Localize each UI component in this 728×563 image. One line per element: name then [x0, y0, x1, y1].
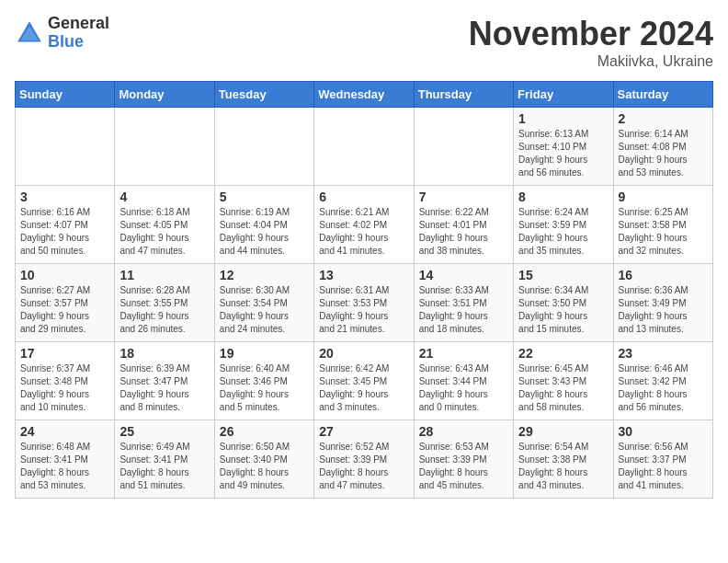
location-title: Makiivka, Ukraine — [469, 53, 713, 70]
day-info: Sunrise: 6:37 AM Sunset: 3:48 PM Dayligh… — [20, 362, 109, 414]
day-number: 2 — [619, 111, 708, 126]
day-info: Sunrise: 6:36 AM Sunset: 3:49 PM Dayligh… — [619, 284, 708, 336]
weekday-header: Sunday — [16, 82, 115, 108]
day-info: Sunrise: 6:49 AM Sunset: 3:41 PM Dayligh… — [119, 441, 209, 492]
calendar-cell: 11Sunrise: 6:28 AM Sunset: 3:55 PM Dayli… — [115, 264, 214, 342]
calendar-cell: 4Sunrise: 6:18 AM Sunset: 4:05 PM Daylig… — [115, 186, 214, 264]
day-info: Sunrise: 6:22 AM Sunset: 4:01 PM Dayligh… — [419, 206, 508, 258]
calendar-cell: 14Sunrise: 6:33 AM Sunset: 3:51 PM Dayli… — [414, 264, 513, 342]
logo-icon — [15, 18, 44, 48]
weekday-header: Wednesday — [314, 82, 414, 108]
day-number: 7 — [419, 190, 508, 204]
day-number: 16 — [619, 268, 708, 282]
calendar-cell — [314, 108, 414, 186]
day-number: 19 — [220, 346, 309, 361]
day-number: 28 — [419, 424, 508, 439]
day-number: 24 — [20, 424, 109, 439]
day-info: Sunrise: 6:53 AM Sunset: 3:39 PM Dayligh… — [419, 441, 508, 492]
calendar-cell: 23Sunrise: 6:46 AM Sunset: 3:42 PM Dayli… — [613, 342, 712, 420]
day-number: 5 — [220, 190, 309, 204]
calendar-cell: 1Sunrise: 6:13 AM Sunset: 4:10 PM Daylig… — [514, 108, 613, 186]
calendar-body: 1Sunrise: 6:13 AM Sunset: 4:10 PM Daylig… — [16, 108, 713, 499]
calendar-table: SundayMondayTuesdayWednesdayThursdayFrid… — [15, 81, 713, 499]
weekday-row: SundayMondayTuesdayWednesdayThursdayFrid… — [16, 82, 713, 108]
calendar-week-row: 24Sunrise: 6:48 AM Sunset: 3:41 PM Dayli… — [16, 420, 713, 499]
calendar-week-row: 10Sunrise: 6:27 AM Sunset: 3:57 PM Dayli… — [16, 264, 713, 342]
day-info: Sunrise: 6:13 AM Sunset: 4:10 PM Dayligh… — [518, 128, 608, 179]
day-number: 6 — [319, 190, 408, 204]
calendar-cell — [214, 108, 313, 186]
day-info: Sunrise: 6:46 AM Sunset: 3:42 PM Dayligh… — [619, 362, 708, 414]
day-info: Sunrise: 6:25 AM Sunset: 3:58 PM Dayligh… — [619, 206, 708, 258]
day-number: 17 — [20, 346, 109, 361]
calendar-cell — [414, 108, 513, 186]
calendar-cell: 10Sunrise: 6:27 AM Sunset: 3:57 PM Dayli… — [16, 264, 115, 342]
day-number: 15 — [518, 268, 608, 282]
calendar-cell: 8Sunrise: 6:24 AM Sunset: 3:59 PM Daylig… — [514, 186, 613, 264]
day-number: 13 — [319, 268, 408, 282]
calendar-header: SundayMondayTuesdayWednesdayThursdayFrid… — [16, 82, 713, 108]
logo-text: General Blue — [48, 15, 109, 52]
day-info: Sunrise: 6:18 AM Sunset: 4:05 PM Dayligh… — [119, 206, 209, 258]
calendar-cell: 28Sunrise: 6:53 AM Sunset: 3:39 PM Dayli… — [414, 420, 513, 499]
weekday-header: Tuesday — [214, 82, 313, 108]
day-number: 30 — [619, 424, 708, 439]
day-info: Sunrise: 6:16 AM Sunset: 4:07 PM Dayligh… — [20, 206, 109, 258]
calendar-cell: 27Sunrise: 6:52 AM Sunset: 3:39 PM Dayli… — [314, 420, 414, 499]
calendar-week-row: 17Sunrise: 6:37 AM Sunset: 3:48 PM Dayli… — [16, 342, 713, 420]
day-info: Sunrise: 6:19 AM Sunset: 4:04 PM Dayligh… — [220, 206, 309, 258]
day-info: Sunrise: 6:28 AM Sunset: 3:55 PM Dayligh… — [119, 284, 209, 336]
day-number: 3 — [20, 190, 109, 204]
weekday-header: Friday — [514, 82, 613, 108]
day-number: 4 — [119, 190, 209, 204]
day-info: Sunrise: 6:31 AM Sunset: 3:53 PM Dayligh… — [319, 284, 408, 336]
day-info: Sunrise: 6:54 AM Sunset: 3:38 PM Dayligh… — [518, 441, 608, 492]
day-number: 25 — [119, 424, 209, 439]
logo-blue-text: Blue — [48, 33, 109, 52]
calendar-cell: 24Sunrise: 6:48 AM Sunset: 3:41 PM Dayli… — [16, 420, 115, 499]
calendar-cell: 15Sunrise: 6:34 AM Sunset: 3:50 PM Dayli… — [514, 264, 613, 342]
calendar-cell: 2Sunrise: 6:14 AM Sunset: 4:08 PM Daylig… — [613, 108, 712, 186]
day-info: Sunrise: 6:40 AM Sunset: 3:46 PM Dayligh… — [220, 362, 309, 414]
calendar-cell — [115, 108, 214, 186]
calendar-week-row: 1Sunrise: 6:13 AM Sunset: 4:10 PM Daylig… — [16, 108, 713, 186]
calendar-cell: 22Sunrise: 6:45 AM Sunset: 3:43 PM Dayli… — [514, 342, 613, 420]
weekday-header: Saturday — [613, 82, 712, 108]
calendar-cell: 29Sunrise: 6:54 AM Sunset: 3:38 PM Dayli… — [514, 420, 613, 499]
calendar-cell — [16, 108, 115, 186]
logo: General Blue — [15, 15, 109, 52]
calendar-cell: 18Sunrise: 6:39 AM Sunset: 3:47 PM Dayli… — [115, 342, 214, 420]
day-info: Sunrise: 6:27 AM Sunset: 3:57 PM Dayligh… — [20, 284, 109, 336]
calendar-cell: 26Sunrise: 6:50 AM Sunset: 3:40 PM Dayli… — [214, 420, 313, 499]
calendar-cell: 12Sunrise: 6:30 AM Sunset: 3:54 PM Dayli… — [214, 264, 313, 342]
day-info: Sunrise: 6:30 AM Sunset: 3:54 PM Dayligh… — [220, 284, 309, 336]
day-number: 22 — [518, 346, 608, 361]
day-info: Sunrise: 6:14 AM Sunset: 4:08 PM Dayligh… — [619, 128, 708, 179]
day-info: Sunrise: 6:39 AM Sunset: 3:47 PM Dayligh… — [119, 362, 209, 414]
day-number: 10 — [20, 268, 109, 282]
day-info: Sunrise: 6:43 AM Sunset: 3:44 PM Dayligh… — [419, 362, 508, 414]
day-number: 27 — [319, 424, 408, 439]
day-number: 18 — [119, 346, 209, 361]
day-info: Sunrise: 6:42 AM Sunset: 3:45 PM Dayligh… — [319, 362, 408, 414]
calendar-cell: 19Sunrise: 6:40 AM Sunset: 3:46 PM Dayli… — [214, 342, 313, 420]
calendar-cell: 6Sunrise: 6:21 AM Sunset: 4:02 PM Daylig… — [314, 186, 414, 264]
calendar-cell: 20Sunrise: 6:42 AM Sunset: 3:45 PM Dayli… — [314, 342, 414, 420]
day-number: 12 — [220, 268, 309, 282]
calendar-cell: 9Sunrise: 6:25 AM Sunset: 3:58 PM Daylig… — [613, 186, 712, 264]
day-info: Sunrise: 6:50 AM Sunset: 3:40 PM Dayligh… — [220, 441, 309, 492]
logo-general-text: General — [48, 15, 109, 33]
weekday-header: Monday — [115, 82, 214, 108]
day-number: 29 — [518, 424, 608, 439]
calendar-cell: 17Sunrise: 6:37 AM Sunset: 3:48 PM Dayli… — [16, 342, 115, 420]
calendar-cell: 21Sunrise: 6:43 AM Sunset: 3:44 PM Dayli… — [414, 342, 513, 420]
weekday-header: Thursday — [414, 82, 513, 108]
day-info: Sunrise: 6:56 AM Sunset: 3:37 PM Dayligh… — [619, 441, 708, 492]
calendar-cell: 3Sunrise: 6:16 AM Sunset: 4:07 PM Daylig… — [16, 186, 115, 264]
calendar-cell: 30Sunrise: 6:56 AM Sunset: 3:37 PM Dayli… — [613, 420, 712, 499]
day-number: 26 — [220, 424, 309, 439]
day-number: 20 — [319, 346, 408, 361]
day-info: Sunrise: 6:21 AM Sunset: 4:02 PM Dayligh… — [319, 206, 408, 258]
calendar-cell: 13Sunrise: 6:31 AM Sunset: 3:53 PM Dayli… — [314, 264, 414, 342]
calendar-cell: 5Sunrise: 6:19 AM Sunset: 4:04 PM Daylig… — [214, 186, 313, 264]
